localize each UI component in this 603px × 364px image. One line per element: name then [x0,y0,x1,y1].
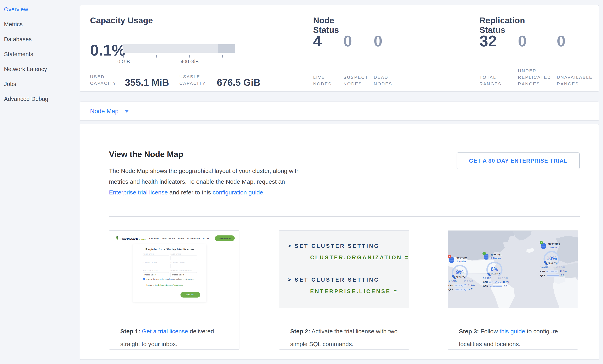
qps-value: 0.0 [504,285,507,287]
sidebar-item-jobs[interactable]: Jobs [0,77,80,91]
svg-text:10%: 10% [546,255,557,261]
healthy-badge-icon: ✓ [540,241,543,244]
form-title: Register for a 30-day trial license [133,248,206,251]
db-console-overview-page: Overview Metrics Databases Statements Ne… [0,0,603,364]
axis-tick-label: 400 GiB [181,59,199,65]
total-ranges-value: 32 [479,33,518,49]
software-license-agreement-link: Software License Agreement. [158,284,183,286]
mini-nav-customers: CUSTOMERS [162,237,175,239]
capacity-bar-dark [218,44,235,53]
axis-tick [222,55,223,57]
capacity-max-value: 65.7 GiB [498,277,508,280]
mini-nav-docs: DOCS [178,237,184,239]
replication-status-title: Replication Status [479,16,525,35]
capacity-used-value: 3.2 GiB [448,280,457,283]
unavailable-ranges-value: 0 [557,33,597,49]
qps-value: 0.0 [561,274,564,277]
svg-text:CAPACITY: CAPACITY [454,276,465,278]
step1-card: Cockroach LABS PRODUCT CUSTOMERS DOCS RE… [109,230,239,350]
locality-name: geo=ams [548,242,560,245]
cpu-sparkline [546,270,558,273]
healthy-badge-icon: ✓ [483,252,486,255]
sidebar-item-metrics[interactable]: Metrics [0,17,80,32]
usable-capacity-value: 676.5 GiB [217,78,260,87]
mini-nav-product: PRODUCT [150,237,159,239]
reason-for-interest-select: Please Select [171,272,197,277]
axis-tick [123,55,124,57]
sidebar-item-databases[interactable]: Databases [0,32,80,47]
sidebar-item-network-latency[interactable]: Network Latency [0,62,80,77]
locality-marker-sfo: 1 geo=sfo 2 Nodes 9% [448,256,475,291]
locality-node-count: 2 Nodes [456,260,466,263]
sidebar-item-overview[interactable]: Overview [0,2,80,17]
mini-site-nav: PRODUCT CUSTOMERS DOCS RESOURCES BLOG DO… [150,235,235,241]
locality-node-count: 2 Nodes [491,257,501,260]
cockroach-icon [115,235,119,240]
unavailable-ranges-label: UNAVAILABLERANGES [557,74,597,87]
svg-text:6%: 6% [491,266,498,272]
capacity-usage-title: Capacity Usage [90,16,153,25]
axis-tick [189,55,190,57]
nodemap-preview-image: 1 geo=sfo 2 Nodes 9% [448,231,578,308]
cpu-sparkline [454,284,466,287]
email-updates-checkbox-row: ✓ I would like to receive email updates … [143,278,195,280]
configuration-guide-link[interactable]: configuration guide [213,189,263,196]
last-name-field [171,255,197,260]
chevron-down-icon [125,110,129,113]
locality-name: geo=sfo [456,256,467,259]
nodemap-description: The Node Map shows the geographical layo… [109,165,308,198]
cockroach-labs-logo: Cockroach LABS [115,235,146,241]
used-capacity-value: 355.1 MiB [125,78,169,87]
enterprise-trial-license-link[interactable]: Enterprise trial license [109,189,168,196]
usable-capacity-label: USABLECAPACITY [179,73,215,87]
capacity-max-value: 34.4 GiB [555,266,565,269]
capacity-stats-row: USEDCAPACITY 355.1 MiB USABLECAPACITY 67… [90,73,260,87]
sidebar-item-statements[interactable]: Statements [0,47,80,62]
capacity-gauge: 9% CAPACITY [448,264,474,281]
mini-nav-blog: BLOG [203,237,209,239]
cpu-value: 12.3% [560,270,567,273]
page-title: View the Node Map [109,150,183,159]
axis-tick-label: 0 GiB [117,59,130,65]
get-enterprise-trial-button[interactable]: GET A 30-DAY ENTERPRISE TRIAL [457,153,580,169]
step3-card: 1 geo=sfo 2 Nodes 9% [448,230,578,350]
capacity-used-value: 3.6 GiB [540,266,548,269]
node-status-title: Node Status [313,16,339,35]
capacity-usage-section: Capacity Usage 0.1% 0 GiB 400 GiB USEDCA… [90,5,313,91]
sidebar-item-advanced-debug[interactable]: Advanced Debug [0,91,80,107]
locality-node-count: 1 Node [548,246,557,249]
step2-sql-snippet: > SET CLUSTER SETTING CLUSTER.ORGANIZATI… [279,231,409,308]
sql-line: > SET CLUSTER SETTING [288,277,380,283]
cpu-value: 42.5% [503,281,509,284]
capacity-max-value: 35.1 GiB [464,280,473,283]
under-replicated-ranges-label: UNDER-REPLICATEDRANGES [518,67,557,87]
cluster-summary-card: Capacity Usage 0.1% 0 GiB 400 GiB USEDCA… [80,5,599,92]
first-name-field [143,255,169,260]
section-divider [109,216,580,217]
sql-line: > SET CLUSTER SETTING [288,243,380,249]
under-replicated-ranges-value: 0 [518,33,557,49]
mini-download-button: DOWNLOAD [215,235,235,241]
dead-nodes-label: DEADNODES [374,74,404,87]
mini-nav-resources: RESOURCES [187,237,200,239]
nodemap-selector-card: Node Map [80,101,599,121]
mini-site-header: Cockroach LABS PRODUCT CUSTOMERS DOCS RE… [109,231,239,243]
suspect-nodes-value: 0 [343,33,374,49]
locality-marker-ams: ✓ geo=ams 1 Node 10% [540,242,567,277]
nodemap-dropdown[interactable]: Node Map [90,108,129,115]
suspect-nodes-label: SUSPECTNODES [343,74,374,87]
capacity-usage-bar [123,44,235,53]
svg-text:9%: 9% [456,269,464,275]
nodemap-dropdown-label[interactable]: Node Map [90,108,118,115]
company-email-field [171,264,197,268]
locality-marker-nyc: ✓ geo=nyc 2 Nodes 6% [483,253,509,287]
dead-nodes-value: 0 [374,33,404,49]
step1-screenshot: Cockroach LABS PRODUCT CUSTOMERS DOCS RE… [109,231,239,308]
qps-sparkline [455,288,467,291]
cpu-sparkline [489,281,501,283]
get-trial-license-link[interactable]: Get a trial license [142,328,188,335]
total-ranges-label: TOTALRANGES [479,74,518,87]
capacity-gauge: 6% CAPACITY [483,261,509,278]
license-agreement-checkbox-row: I agree to the Software License Agreemen… [143,284,183,286]
this-guide-link[interactable]: this guide [499,328,525,335]
